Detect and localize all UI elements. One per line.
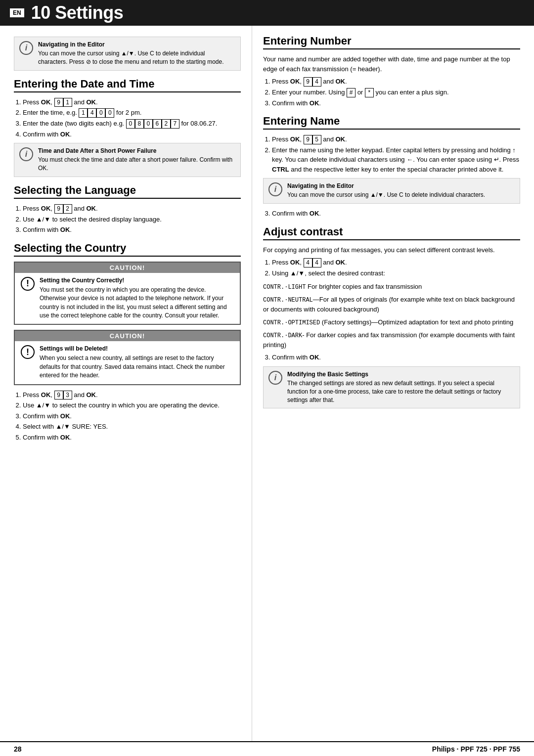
country-steps: Press OK, 93 and OK. Use ▲/▼ to select t… [14, 390, 241, 443]
right-column: Entering Number Your name and number are… [252, 26, 534, 741]
power-failure-title: Time and Date After a Short Power Failur… [38, 147, 235, 154]
list-item: Confirm with OK. [272, 353, 520, 362]
list-item: Confirm with OK. [23, 225, 241, 235]
contrast-option-neutral: CONTR.·NEUTRAL—For all types of original… [263, 295, 520, 314]
info-icon: i [268, 182, 282, 196]
list-item: Use ▲/▼ to select the desired display la… [23, 215, 241, 224]
caution-title-1: Setting the Country Correctly! [40, 277, 234, 284]
list-item: Press OK, 92 and OK. [23, 204, 241, 214]
page-title: 10 Settings [31, 2, 124, 23]
contrast-option-dark: CONTR.·DARK- For darker copies and fax t… [263, 330, 520, 350]
list-item: Confirm with OK. [23, 433, 241, 443]
footer: 28 Philips · PPF 725 · PPF 755 [0, 741, 534, 756]
contrast-option-optimised: CONTR.·OPTIMISED (Factory settings)—Opti… [263, 317, 520, 327]
list-item: Confirm with OK. [272, 98, 520, 108]
power-failure-text: You must check the time and date after a… [38, 156, 235, 173]
caution-header-1: CAUTION! [15, 263, 240, 273]
list-item: Confirm with OK. [272, 209, 520, 219]
list-item: Press OK, 93 and OK. [23, 390, 241, 400]
modifying-text: The changed settings are stored as new d… [287, 379, 515, 404]
caution-text-1: You must set the country in which you ar… [40, 286, 234, 320]
contrast-intro: For copying and printing of fax messages… [263, 245, 520, 255]
list-item: Press OK, 44 and OK. [272, 258, 520, 267]
caution-box-country: CAUTION! ! Setting the Country Correctly… [14, 262, 241, 325]
list-item: Select with ▲/▼ SURE: YES. [23, 422, 241, 432]
caution-icon-1: ! [21, 277, 35, 291]
section-date-time-heading: Entering the Date and Time [14, 78, 241, 92]
caution-box-settings: CAUTION! ! Settings will be Deleted! Whe… [14, 330, 241, 385]
info-icon: i [19, 41, 33, 55]
list-item: Confirm with OK. [23, 411, 241, 421]
nav-editor-info-box-top: i Navigating in the Editor You can move … [14, 37, 241, 71]
caution-text-2: When you select a new country, all setti… [40, 354, 234, 380]
nav-editor-title-name: Navigating in the Editor [287, 182, 515, 189]
list-item: Using ▲/▼, select the desired contrast: [272, 268, 520, 278]
section-contrast-heading: Adjust contrast [263, 225, 520, 240]
number-steps: Press OK, 94 and OK. Enter your number. … [263, 77, 520, 108]
list-item: Enter your number. Using # or * you can … [272, 88, 520, 97]
caution-icon-2: ! [21, 345, 35, 359]
footer-model: Philips · PPF 725 · PPF 755 [432, 745, 520, 753]
info-icon: i [19, 147, 33, 161]
caution-title-2: Settings will be Deleted! [40, 345, 234, 352]
name-steps: Press OK, 95 and OK. Enter the name usin… [263, 134, 520, 174]
list-item: Enter the name using the letter keypad. … [272, 145, 520, 175]
info-icon: i [268, 371, 282, 385]
list-item: Press OK, 94 and OK. [272, 77, 520, 87]
power-failure-info-box: i Time and Date After a Short Power Fail… [14, 143, 241, 177]
section-name-heading: Entering Name [263, 115, 520, 130]
caution-header-2: CAUTION! [15, 331, 240, 341]
list-item: Confirm with OK. [23, 130, 241, 139]
contrast-steps-before: Press OK, 44 and OK. Using ▲/▼, select t… [263, 258, 520, 278]
modifying-title: Modifying the Basic Settings [287, 371, 515, 378]
left-column: i Navigating in the Editor You can move … [0, 26, 252, 741]
contrast-step-confirm: Confirm with OK. [263, 353, 520, 362]
lang-badge: EN [10, 8, 24, 17]
page: EN 10 Settings i Navigating in the Edito… [0, 0, 534, 756]
list-item: Press OK, 91 and OK. [23, 97, 241, 107]
nav-editor-text-name: You can move the cursor using ▲/▼. Use C… [287, 191, 515, 199]
date-time-steps: Press OK, 91 and OK. Enter the time, e.g… [14, 97, 241, 139]
nav-editor-text-top: You can move the cursor using ▲/▼. Use C… [38, 49, 235, 66]
language-steps: Press OK, 92 and OK. Use ▲/▼ to select t… [14, 204, 241, 235]
nav-editor-info-box-name: i Navigating in the Editor You can move … [263, 178, 520, 204]
entering-number-intro: Your name and number are added together … [263, 54, 520, 74]
name-steps-cont: Confirm with OK. [263, 209, 520, 219]
list-item: Enter the date (two digits each) e.g. 08… [23, 119, 241, 129]
section-country-heading: Selecting the Country [14, 242, 241, 257]
modifying-info-box: i Modifying the Basic Settings The chang… [263, 366, 520, 408]
section-number-heading: Entering Number [263, 35, 520, 49]
contrast-option-light: CONTR.·LIGHT For brighter copies and fax… [263, 282, 520, 292]
footer-page-number: 28 [14, 745, 22, 753]
nav-editor-title-top: Navigating in the Editor [38, 41, 235, 48]
list-item: Enter the time, e.g. 1400 for 2 pm. [23, 108, 241, 118]
list-item: Use ▲/▼ to select the country in which y… [23, 400, 241, 410]
header-bar: EN 10 Settings [0, 0, 534, 26]
section-language-heading: Selecting the Language [14, 184, 241, 199]
content-area: i Navigating in the Editor You can move … [0, 26, 534, 741]
list-item: Press OK, 95 and OK. [272, 134, 520, 144]
